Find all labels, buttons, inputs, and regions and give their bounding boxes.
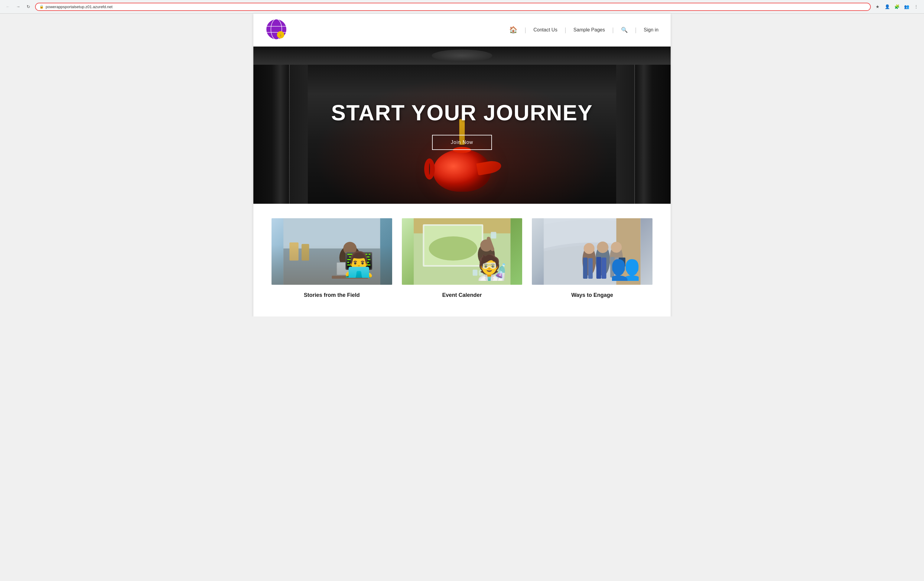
nav-divider-3: |	[612, 26, 614, 33]
cards-grid: Stories from the Field	[272, 218, 652, 298]
card-engage[interactable]: Ways to Engage	[532, 218, 652, 298]
search-icon[interactable]: 🔍	[621, 26, 628, 33]
nav-divider-1: |	[525, 26, 526, 33]
svg-rect-40	[615, 257, 620, 277]
svg-point-11	[339, 246, 360, 270]
website-container: ↓ 🏠 | Contact Us | Sample Pages | 🔍 | Si…	[253, 13, 671, 317]
svg-point-12	[343, 242, 356, 255]
nav-divider-4: |	[635, 26, 637, 33]
sample-pages-link[interactable]: Sample Pages	[574, 27, 605, 33]
svg-rect-26	[478, 270, 483, 276]
hero-title: START YOUR JOURNEY	[331, 101, 592, 125]
card-stories[interactable]: Stories from the Field	[272, 218, 392, 298]
svg-text:↓: ↓	[280, 32, 282, 37]
svg-rect-13	[336, 262, 360, 277]
svg-rect-32	[588, 258, 593, 279]
svg-rect-14	[337, 263, 360, 275]
contact-us-link[interactable]: Contact Us	[533, 27, 557, 33]
svg-rect-25	[473, 270, 477, 276]
printer-top-bar	[253, 46, 671, 65]
cards-section: Stories from the Field	[253, 204, 671, 317]
nav-divider-2: |	[564, 26, 566, 33]
card-event[interactable]: Event Calender	[402, 218, 523, 298]
svg-rect-31	[583, 257, 588, 279]
svg-rect-7	[283, 218, 380, 285]
bookmark-icon[interactable]: ★	[873, 2, 882, 11]
svg-rect-35	[597, 257, 601, 279]
profile-icon[interactable]: 👤	[883, 2, 891, 11]
url-text: powerappsportalsetup.z01.azurefd.net	[46, 5, 866, 9]
lock-icon: 🔒	[39, 5, 44, 9]
printer-left-frame	[253, 46, 308, 204]
svg-rect-36	[602, 257, 607, 279]
printer-right-frame	[616, 46, 671, 204]
home-icon[interactable]: 🏠	[509, 26, 517, 34]
refresh-button[interactable]: ↻	[24, 2, 33, 11]
sign-in-link[interactable]: Sign in	[644, 27, 658, 33]
card-engage-image	[532, 218, 652, 285]
card-event-image	[402, 218, 523, 285]
back-button[interactable]: ←	[3, 2, 12, 11]
svg-rect-41	[619, 257, 625, 267]
menu-icon[interactable]: ⋮	[912, 2, 921, 11]
card-stories-label: Stories from the Field	[304, 292, 360, 298]
hero-section: START YOUR JOURNEY Join Now	[253, 46, 671, 204]
site-logo[interactable]: ↓	[266, 18, 287, 41]
svg-point-34	[597, 241, 609, 253]
svg-point-38	[611, 242, 622, 253]
forward-button[interactable]: →	[14, 2, 22, 11]
browser-chrome: ← → ↻ 🔒 powerappsportalsetup.z01.azurefd…	[0, 0, 924, 13]
account-icon[interactable]: 👥	[902, 2, 911, 11]
svg-rect-8	[283, 249, 380, 285]
card-event-label: Event Calender	[442, 292, 482, 298]
teapot-group	[429, 143, 495, 191]
card-stories-image	[272, 218, 392, 285]
address-bar[interactable]: 🔒 powerappsportalsetup.z01.azurefd.net	[35, 3, 871, 11]
svg-point-30	[584, 243, 595, 254]
svg-rect-39	[610, 257, 615, 277]
svg-rect-24	[491, 232, 496, 239]
site-header: ↓ 🏠 | Contact Us | Sample Pages | 🔍 | Si…	[253, 13, 671, 46]
browser-actions: ★ 👤 🧩 👥 ⋮	[873, 2, 921, 11]
browser-nav-buttons: ← → ↻	[3, 2, 33, 11]
card-engage-label: Ways to Engage	[571, 292, 613, 298]
hero-content: START YOUR JOURNEY Join Now	[331, 101, 592, 150]
extension-icon[interactable]: 🧩	[893, 2, 901, 11]
site-nav: 🏠 | Contact Us | Sample Pages | 🔍 | Sign…	[509, 26, 658, 34]
svg-rect-10	[302, 244, 309, 261]
svg-point-20	[429, 236, 477, 261]
join-now-button[interactable]: Join Now	[432, 135, 492, 150]
svg-rect-15	[332, 276, 368, 279]
svg-rect-9	[289, 243, 299, 261]
